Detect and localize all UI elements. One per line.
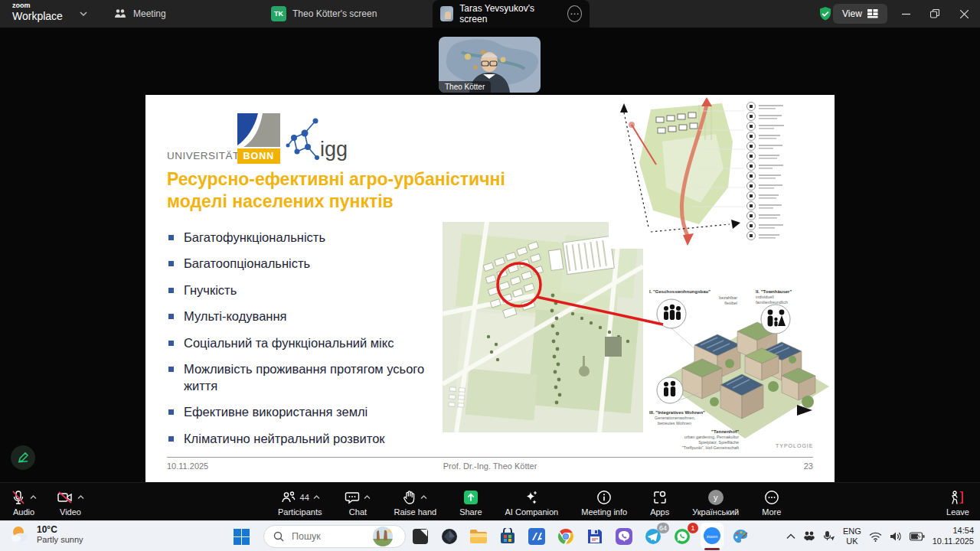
participants-count: 44 (300, 493, 309, 502)
annotate-button[interactable] (11, 445, 35, 470)
landscape-plan-figure (609, 96, 789, 249)
tray-chevron-up-icon[interactable] (786, 533, 795, 540)
taskbar-file-explorer-icon[interactable] (467, 526, 490, 547)
speaker-icon[interactable] (890, 531, 902, 542)
whatsapp-badge: 1 (688, 523, 698, 533)
mic-muted-icon (11, 490, 26, 505)
footer-divider (167, 457, 813, 458)
bullet-item: Багатоопціональність (168, 256, 426, 272)
taskbar-whatsapp-icon[interactable]: 1 (671, 526, 694, 547)
pencil-icon (17, 452, 29, 464)
ai-companion-label: AI Companion (505, 507, 559, 517)
igg-network-icon (285, 115, 320, 162)
raise-hand-chevron-icon[interactable] (420, 495, 427, 500)
taskbar-app-ia-icon[interactable] (525, 526, 548, 547)
audio-options-chevron-icon[interactable] (30, 495, 37, 500)
window-titlebar: zoom Workplace Meeting TK Theo Kötter's … (0, 0, 980, 28)
audio-button[interactable]: Audio (11, 483, 37, 521)
chat-chevron-icon[interactable] (364, 495, 371, 500)
tk-avatar: TK (271, 6, 286, 21)
bullet-list: Багатофункціональність Багатоопціональні… (168, 230, 426, 457)
tab-theo-screen[interactable]: TK Theo Kötter's screen (263, 0, 384, 28)
video-label: Video (60, 507, 81, 517)
taskbar-telegram-icon[interactable]: 64 (642, 526, 665, 547)
tab-meeting[interactable]: Meeting (106, 0, 174, 28)
chevron-down-icon[interactable] (80, 10, 87, 18)
typology-label-4-sub3: "Treffpunkt", Hof-Gemeinschaft (682, 445, 740, 450)
view-button[interactable]: View (833, 4, 887, 24)
meeting-people-icon (113, 7, 127, 21)
search-input[interactable] (290, 530, 367, 543)
tray-time: 14:54 (933, 526, 974, 536)
weather-icon (9, 524, 31, 544)
battery-charging-icon[interactable] (910, 532, 925, 541)
typology-caption: TYPOLOGIE (776, 443, 813, 448)
taskbar-app-sphere-icon[interactable] (438, 526, 461, 547)
typology-label-4-title: "Tennenhof" (711, 429, 739, 434)
video-options-chevron-icon[interactable] (77, 495, 84, 500)
taskbar-paint-icon[interactable] (729, 526, 752, 547)
leave-button[interactable]: Leave (946, 483, 969, 521)
taskbar-medoc-floppy-icon[interactable] (583, 526, 606, 547)
taskbar-app-dark-square-icon[interactable] (409, 526, 432, 547)
video-tile-theo[interactable]: Theo Kötter (439, 37, 541, 93)
raise-hand-button[interactable]: Raise hand (384, 483, 446, 521)
bullet-item: Соціальний та функціональний мікс (168, 335, 426, 351)
tab-meeting-label: Meeting (133, 8, 166, 19)
maximize-button[interactable] (919, 0, 951, 28)
tray-date: 10.11.2025 (933, 536, 974, 547)
participants-button[interactable]: 44 Participants (268, 483, 332, 521)
housing-typology-figure: I. "Geschosswohnungsbau" bezahlbar flexi… (647, 272, 835, 452)
interpretation-button[interactable]: у Український (682, 483, 749, 521)
language-indicator[interactable]: ENG UK (843, 527, 861, 546)
tab-more-options-icon[interactable]: ⋯ (567, 5, 582, 22)
video-button[interactable]: Video (57, 483, 84, 521)
minimize-icon (902, 10, 910, 18)
typology-label-4-sub2: Spielplatz, Spielfläche (698, 440, 739, 445)
wifi-icon[interactable] (869, 531, 882, 542)
start-button[interactable] (230, 526, 253, 547)
interpretation-language-icon: у (708, 490, 724, 505)
minimize-button[interactable] (890, 0, 922, 28)
taskbar-viber-icon[interactable] (612, 526, 635, 547)
taskbar-search[interactable] (263, 525, 406, 548)
typology-label-3-sub2: betreutes Wohnen (658, 421, 691, 425)
zoom-toolbar: Audio Video (0, 482, 980, 520)
view-grid-icon (867, 9, 878, 18)
share-button[interactable]: Share (449, 483, 492, 521)
more-button[interactable]: More (752, 483, 791, 521)
more-label: More (762, 507, 781, 517)
close-button[interactable] (948, 0, 980, 28)
apps-icon (652, 490, 668, 505)
apps-label: Apps (650, 507, 669, 517)
participants-chevron-icon[interactable] (313, 495, 320, 500)
tray-mic-location-icon[interactable] (823, 530, 835, 543)
slide-footer-author: Prof. Dr.-Ing. Theo Kötter (145, 461, 835, 471)
ai-companion-button[interactable]: AI Companion (495, 483, 569, 521)
bonn-label: BONN (237, 148, 280, 164)
logo-workplace-text: Workplace (12, 11, 63, 21)
chat-button[interactable]: Chat (335, 483, 381, 521)
universitat-label: UNIVERSITÄT (167, 150, 240, 161)
apps-button[interactable]: Apps (640, 483, 679, 521)
more-icon (764, 490, 779, 505)
weather-widget[interactable]: 10°C Partly sunny (9, 524, 83, 544)
tray-app-icon[interactable] (803, 530, 815, 543)
slide-title-line1: Ресурсно-ефективні агро-урбаністичні (167, 168, 596, 191)
typology-label-1-sub2: flexibel (724, 301, 737, 305)
view-button-label: View (842, 8, 862, 19)
meeting-info-label: Meeting info (581, 507, 627, 517)
bullet-item: Мульті-кодування (168, 308, 426, 324)
tray-clock[interactable]: 14:54 10.11.2025 (933, 526, 974, 547)
meeting-info-button[interactable]: Meeting info (571, 483, 637, 521)
taskbar-zoom-icon[interactable]: zoom (701, 523, 724, 549)
raise-hand-label: Raise hand (394, 507, 436, 517)
taskbar-chrome-icon[interactable] (554, 526, 577, 547)
tab-taras-screen[interactable]: Taras Yevsyukov's screen ⋯ (433, 0, 590, 28)
taras-screen-avatar (440, 6, 453, 21)
search-highlight-image[interactable] (373, 527, 393, 546)
security-shield-icon[interactable] (818, 6, 833, 21)
uni-bonn-emblem (237, 113, 280, 147)
audio-label: Audio (13, 507, 34, 517)
taskbar-store-icon[interactable] (496, 526, 519, 547)
